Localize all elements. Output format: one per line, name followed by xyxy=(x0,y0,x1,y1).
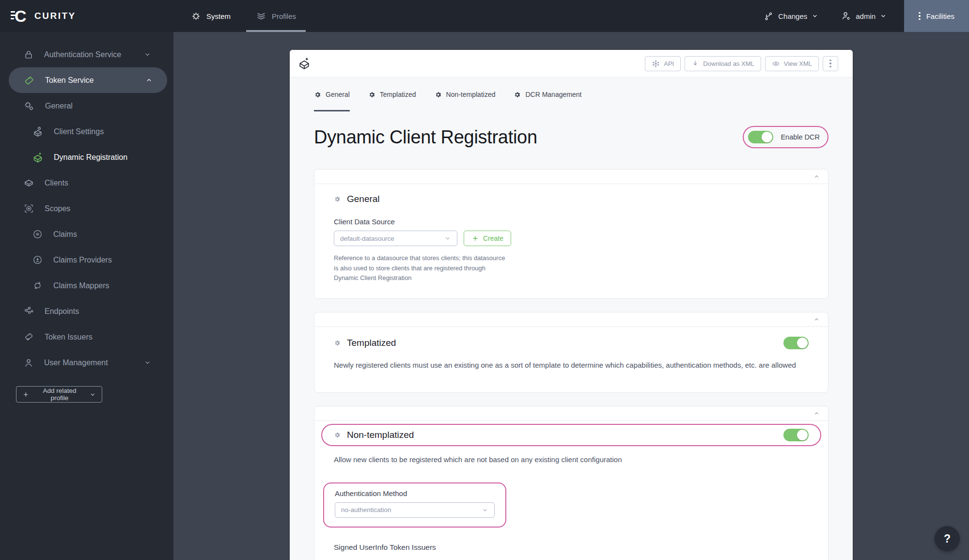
ticket-plus-icon xyxy=(23,331,34,342)
cube-icon xyxy=(23,177,34,188)
nav-item-label: Profiles xyxy=(272,12,296,20)
gear-icon xyxy=(368,91,375,98)
api-nodes-icon xyxy=(652,60,660,68)
sidebar-item-authentication-service[interactable]: Authentication Service xyxy=(0,42,173,67)
cube-plus-icon xyxy=(32,152,44,163)
api-button[interactable]: API xyxy=(645,56,681,71)
tab-non-templatized[interactable]: Non-templatized xyxy=(435,78,496,111)
add-related-profile-label: Add related profile xyxy=(34,387,86,402)
kebab-icon xyxy=(919,12,921,20)
create-datasource-button[interactable]: Create xyxy=(464,231,511,246)
select-value: no-authentication xyxy=(341,506,391,513)
download-xml-label: Download as XML xyxy=(703,60,754,67)
top-nav-tabs: System Profiles xyxy=(178,0,309,32)
client-data-source-label: Client Data Source xyxy=(334,218,809,226)
profile-card: API Download as XML View XML General xyxy=(290,50,853,560)
changes-menu[interactable]: Changes xyxy=(764,0,818,32)
sidebar-item-label: Token Issuers xyxy=(45,333,93,342)
toggle-knob xyxy=(797,430,808,440)
help-label: ? xyxy=(944,532,951,545)
download-icon xyxy=(691,60,699,67)
facilities-button[interactable]: Facilities xyxy=(904,0,969,32)
more-actions-button[interactable] xyxy=(823,56,838,71)
enable-dcr-toggle[interactable] xyxy=(748,131,773,143)
claims-providers-icon xyxy=(32,254,43,265)
lock-icon xyxy=(23,49,34,60)
section-general: General Client Data Source default-datas… xyxy=(314,169,828,299)
gear-icon xyxy=(334,432,341,438)
curity-c-icon: C xyxy=(12,7,29,25)
gear-icon xyxy=(334,196,341,202)
plus-icon xyxy=(22,391,30,398)
collapse-general-button[interactable] xyxy=(314,170,828,184)
templatized-description: Newly registered clients must use an exi… xyxy=(334,358,809,373)
sidebar-item-general[interactable]: General xyxy=(0,93,173,119)
help-button[interactable]: ? xyxy=(935,526,960,551)
sidebar-item-label: User Management xyxy=(44,358,108,367)
chevron-down-icon xyxy=(812,13,818,19)
chevron-down-icon xyxy=(144,51,151,58)
enable-dcr-label: Enable DCR xyxy=(781,133,820,141)
view-xml-button[interactable]: View XML xyxy=(765,56,819,71)
sidebar-item-claims-mappers[interactable]: Claims Mappers xyxy=(0,273,173,298)
authentication-method-select[interactable]: no-authentication xyxy=(335,502,495,518)
user-icon xyxy=(23,358,34,368)
admin-user-menu[interactable]: admin xyxy=(841,0,887,32)
gear-icon xyxy=(314,91,321,98)
tab-general[interactable]: General xyxy=(314,78,350,111)
endpoints-icon xyxy=(23,306,34,317)
chevron-up-icon xyxy=(813,173,820,180)
sidebar-item-dynamic-registration[interactable]: Dynamic Registration xyxy=(0,144,173,170)
sidebar-item-label: Claims Mappers xyxy=(53,281,109,290)
tab-dcr-management[interactable]: DCR Management xyxy=(514,78,581,111)
section-templatized: Templatized Newly registered clients mus… xyxy=(314,312,828,393)
sidebar-item-client-settings[interactable]: Client Settings xyxy=(0,119,173,144)
non-templatized-toggle[interactable] xyxy=(783,429,809,441)
kebab-icon xyxy=(829,60,831,68)
sidebar-item-label: Client Settings xyxy=(54,127,104,136)
facilities-label: Facilities xyxy=(926,12,954,20)
sidebar-item-claims[interactable]: Claims xyxy=(0,221,173,247)
changes-label: Changes xyxy=(778,12,807,20)
curity-logo[interactable]: C CURITY xyxy=(0,0,114,32)
sidebar-item-token-issuers[interactable]: Token Issuers xyxy=(0,324,173,350)
download-xml-button[interactable]: Download as XML xyxy=(685,56,761,71)
sidebar-item-scopes[interactable]: Scopes xyxy=(0,196,173,221)
sidebar-item-endpoints[interactable]: Endpoints xyxy=(0,298,173,324)
collapse-templatized-button[interactable] xyxy=(314,312,828,327)
sidebar-item-clients[interactable]: Clients xyxy=(0,170,173,196)
section-non-templatized: Non-templatized Allow new clients to be … xyxy=(314,406,828,560)
gear-icon xyxy=(435,91,442,98)
claims-icon xyxy=(32,229,43,240)
enable-dcr-toggle-group: Enable DCR xyxy=(743,126,828,148)
sidebar-item-user-management[interactable]: User Management xyxy=(0,350,173,375)
tab-templatized[interactable]: Templatized xyxy=(368,78,416,111)
sidebar-item-label: Endpoints xyxy=(45,307,79,316)
chevron-up-icon xyxy=(813,316,820,323)
chevron-down-icon xyxy=(90,391,96,398)
authentication-method-focus-group: Authentication Method no-authentication xyxy=(323,482,506,528)
section-heading: General xyxy=(347,194,380,204)
gear-icon xyxy=(191,11,201,21)
nav-item-system[interactable]: System xyxy=(178,0,243,32)
authentication-method-label: Authentication Method xyxy=(335,489,495,498)
tab-label: Non-templatized xyxy=(446,91,496,98)
sidebar: Authentication Service Token Service Gen… xyxy=(0,32,173,560)
create-button-label: Create xyxy=(483,234,503,242)
gears-icon xyxy=(23,100,35,112)
toggle-knob xyxy=(797,338,808,348)
plus-icon xyxy=(471,234,479,242)
templatized-toggle[interactable] xyxy=(783,337,809,349)
select-value: default-datasource xyxy=(340,235,394,242)
git-branch-icon xyxy=(764,11,774,21)
collapse-non-templatized-button[interactable] xyxy=(314,406,828,421)
add-related-profile-button[interactable]: Add related profile xyxy=(16,386,102,403)
client-data-source-helper: Reference to a datasource that stores cl… xyxy=(334,253,507,283)
client-data-source-select[interactable]: default-datasource xyxy=(334,231,457,246)
sidebar-item-token-service[interactable]: Token Service xyxy=(9,67,167,93)
sidebar-item-claims-providers[interactable]: Claims Providers xyxy=(0,247,173,273)
chevron-up-icon xyxy=(813,410,820,417)
section-heading: Non-templatized xyxy=(347,430,414,440)
gear-icon xyxy=(334,340,341,346)
nav-item-profiles[interactable]: Profiles xyxy=(243,0,309,32)
